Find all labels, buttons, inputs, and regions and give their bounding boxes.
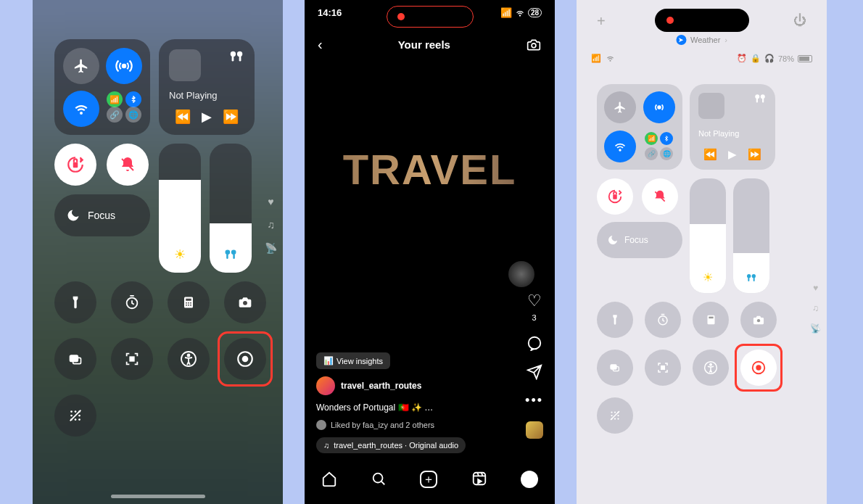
calculator-icon (182, 294, 195, 310)
qr-scan-button[interactable] (111, 338, 153, 380)
svg-point-67 (617, 415, 619, 416)
music-note-icon[interactable]: ♫ (812, 303, 819, 313)
instagram-reels-screen: 14:16 📶 28 ‹ Your reels TRAVEL 📊 View in… (305, 0, 555, 504)
chart-icon: 📊 (323, 356, 334, 365)
comment-button[interactable] (527, 335, 542, 351)
svg-rect-58 (661, 366, 665, 370)
audio-label: travel_earth_routes · Original audio (334, 441, 458, 450)
moon-icon (607, 234, 619, 246)
liker-avatar-icon (316, 420, 326, 430)
svg-point-7 (226, 250, 231, 255)
flashlight-button[interactable] (597, 302, 633, 338)
volume-slider[interactable] (733, 178, 769, 293)
svg-point-17 (186, 305, 187, 306)
album-art-placeholder (169, 49, 201, 81)
timer-button[interactable] (111, 281, 153, 323)
accessibility-icon (703, 360, 718, 375)
connectivity-tile[interactable]: 📶 🔗 🌐 (597, 84, 682, 170)
add-widget-button[interactable]: + (597, 13, 606, 30)
rewind-icon[interactable]: ⏪ (703, 148, 717, 161)
svg-point-41 (658, 106, 661, 109)
nfc-button[interactable] (54, 394, 96, 437)
antenna-icon[interactable]: 📡 (810, 323, 821, 334)
now-playing-tile[interactable]: Not Playing ⏪ ▶ ⏩ (159, 39, 255, 135)
focus-button[interactable]: Focus (54, 194, 150, 236)
accessibility-button[interactable] (693, 350, 729, 386)
camera-button[interactable] (740, 302, 777, 338)
tab-home[interactable] (321, 471, 337, 488)
airplane-mode-toggle[interactable] (604, 91, 636, 123)
like-button[interactable]: ♡ (527, 292, 542, 310)
silent-mode-button[interactable] (642, 178, 678, 215)
brightness-slider[interactable]: ☀ (159, 144, 201, 273)
user-avatar[interactable] (316, 376, 335, 395)
flashlight-button[interactable] (54, 281, 96, 323)
calculator-button[interactable] (693, 302, 729, 338)
home-indicator[interactable] (111, 495, 205, 498)
brightness-slider[interactable]: ☀ (690, 178, 726, 293)
tab-search[interactable] (371, 471, 387, 488)
antenna-icon[interactable]: 📡 (265, 242, 277, 254)
orientation-lock-button[interactable] (597, 178, 633, 215)
assistive-touch-button[interactable] (508, 261, 534, 287)
breadcrumb[interactable]: ➤ Weather › (676, 35, 727, 45)
orientation-lock-button[interactable] (54, 144, 96, 186)
now-playing-tile[interactable]: Not Playing ⏪ ▶ ⏩ (690, 84, 775, 170)
audio-pill[interactable]: ♫ travel_earth_routes · Original audio (316, 437, 466, 453)
qr-scan-button[interactable] (645, 350, 681, 386)
timer-button[interactable] (645, 302, 681, 338)
silent-mode-button[interactable] (107, 144, 149, 186)
view-insights-button[interactable]: 📊 View insights (316, 352, 390, 369)
wifi-toggle[interactable] (63, 91, 99, 127)
connectivity-tile[interactable]: 📶 🔗 🌐 (54, 39, 150, 135)
sun-icon: ☀ (703, 270, 713, 284)
heart-icon[interactable]: ♥ (268, 196, 273, 207)
svg-point-16 (190, 302, 191, 304)
recording-pill[interactable] (387, 6, 474, 28)
accessibility-button[interactable] (168, 338, 210, 380)
screen-mirroring-button[interactable] (54, 338, 96, 380)
svg-point-55 (757, 319, 760, 322)
volume-slider[interactable] (210, 144, 252, 273)
tab-profile[interactable] (521, 471, 538, 488)
forward-icon[interactable]: ⏩ (223, 109, 239, 125)
focus-button[interactable]: Focus (597, 222, 682, 258)
screen-mirroring-button[interactable] (597, 350, 633, 386)
camera-icon (751, 314, 766, 326)
airplane-mode-toggle[interactable] (63, 48, 99, 84)
recording-pill[interactable] (655, 9, 749, 32)
audio-thumbnail[interactable] (526, 421, 543, 439)
music-note-icon[interactable]: ♫ (267, 219, 275, 231)
svg-point-48 (747, 274, 751, 278)
insights-label: View insights (336, 357, 383, 365)
power-button[interactable]: ⏻ (793, 13, 806, 28)
airpods-volume-icon (223, 248, 238, 263)
svg-point-39 (373, 474, 383, 483)
play-icon[interactable]: ▶ (728, 148, 737, 161)
caption: Wonders of Portugal 🇵🇹 ✨ … (316, 402, 504, 413)
back-button[interactable]: ‹ (318, 36, 323, 53)
tab-create[interactable]: ＋ (420, 471, 437, 488)
airdrop-toggle[interactable] (106, 48, 142, 84)
svg-point-44 (761, 94, 765, 99)
screen-record-button[interactable] (224, 338, 266, 380)
camera-button[interactable] (224, 281, 266, 323)
play-icon[interactable]: ▶ (202, 109, 212, 125)
camera-nav-button[interactable] (526, 38, 542, 52)
more-button[interactable]: ••• (525, 393, 543, 408)
tab-reels[interactable] (471, 471, 487, 488)
record-dot-icon (666, 17, 674, 24)
nfc-button[interactable] (597, 397, 633, 434)
share-button[interactable] (527, 364, 542, 380)
username[interactable]: travel_earth_routes (341, 381, 421, 391)
screen-record-button[interactable] (740, 350, 777, 386)
heart-icon[interactable]: ♥ (813, 283, 818, 293)
forward-icon[interactable]: ⏩ (748, 148, 761, 161)
liked-by[interactable]: Liked by faa_izy and 2 others (316, 420, 504, 430)
calculator-button[interactable] (168, 281, 210, 323)
wifi-toggle[interactable] (604, 131, 636, 162)
vpn-icon: 🌐 (660, 147, 673, 160)
rewind-icon[interactable]: ⏪ (175, 109, 191, 125)
airdrop-toggle[interactable] (643, 91, 675, 123)
wifi-status-icon (515, 8, 525, 18)
